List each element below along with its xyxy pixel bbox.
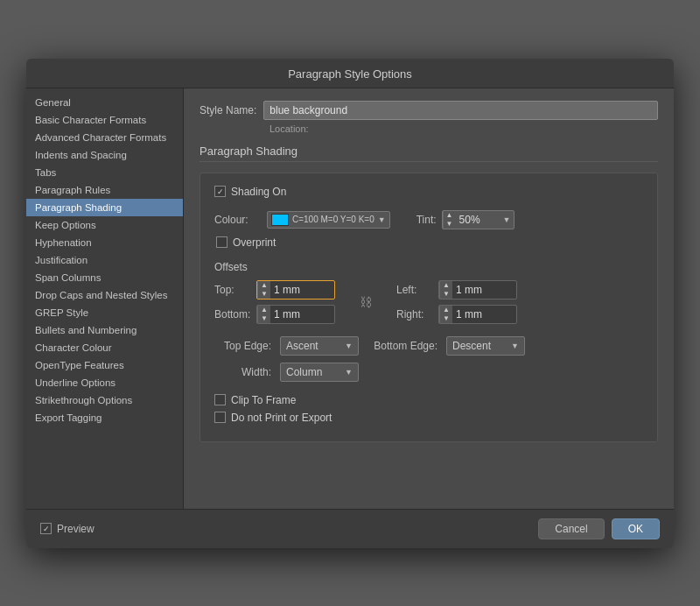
sidebar-item-hyphenation[interactable]: Hyphenation [26, 234, 183, 251]
sidebar-item-justification[interactable]: Justification [26, 251, 183, 269]
overprint-check-box[interactable] [216, 236, 228, 248]
offsets-grid: Top: ▲ ▼ Bottom: [214, 280, 643, 324]
edge-row: Top Edge: Ascent ▼ Bottom Edge: Descent … [214, 336, 643, 356]
tint-input[interactable] [456, 212, 500, 228]
shading-on-check-box[interactable]: ✓ [214, 186, 226, 197]
title-text: Paragraph Style Options [288, 67, 412, 81]
sidebar-item-grep-style[interactable]: GREP Style [26, 304, 183, 321]
main-content: Style Name: Location: Paragraph Shading … [184, 88, 674, 509]
cancel-button[interactable]: Cancel [538, 518, 604, 539]
left-spin-btns: ▲ ▼ [439, 281, 452, 299]
preview-row: ✓ Preview [40, 523, 94, 535]
top-edge-value: Ascent [286, 340, 341, 352]
sidebar-item-drop-caps[interactable]: Drop Caps and Nested Styles [26, 286, 183, 304]
sidebar-item-basic-char[interactable]: Basic Character Formats [26, 111, 183, 129]
top-edge-label: Top Edge: [214, 340, 271, 352]
offsets-section: Offsets Top: ▲ ▼ [214, 261, 643, 324]
preview-label: Preview [57, 523, 94, 535]
width-label: Width: [214, 366, 271, 378]
top-spin-btns: ▲ ▼ [257, 281, 270, 299]
dialog-footer: ✓ Preview Cancel OK [26, 509, 674, 548]
tint-label: Tint: [416, 214, 437, 226]
tint-input-wrap: ▲ ▼ ▼ [442, 210, 515, 229]
shading-on-checkbox[interactable]: ✓ Shading On [214, 186, 286, 198]
right-spin-down[interactable]: ▼ [440, 314, 452, 323]
top-offset-row: Top: ▲ ▼ [214, 280, 335, 299]
sidebar-item-indents[interactable]: Indents and Spacing [26, 146, 183, 164]
sidebar-item-underline[interactable]: Underline Options [26, 374, 183, 391]
top-edge-select[interactable]: Ascent ▼ [280, 336, 359, 356]
link-icon: ⛓ [360, 295, 372, 309]
right-label: Right: [396, 308, 433, 321]
top-spin-up[interactable]: ▲ [258, 281, 270, 290]
top-spin-down[interactable]: ▼ [258, 290, 270, 299]
footer-buttons: Cancel OK [538, 518, 660, 539]
overprint-checkbox[interactable]: Overprint [216, 236, 276, 249]
colour-swatch [271, 214, 289, 226]
style-name-input[interactable] [263, 101, 658, 120]
right-offset-row: Right: ▲ ▼ [396, 305, 517, 324]
sidebar-item-strikethrough[interactable]: Strikethrough Options [26, 391, 183, 409]
sidebar-item-opentype[interactable]: OpenType Features [26, 356, 183, 374]
bottom-input[interactable] [270, 307, 323, 322]
bottom-spin-up[interactable]: ▲ [258, 306, 270, 314]
sidebar: GeneralBasic Character FormatsAdvanced C… [26, 88, 184, 509]
tint-spin-btns: ▲ ▼ [443, 211, 456, 229]
width-row: Width: Column ▼ [214, 363, 643, 382]
style-name-row: Style Name: [200, 101, 658, 120]
tint-row: Tint: ▲ ▼ ▼ [416, 210, 515, 229]
offsets-title: Offsets [214, 261, 643, 273]
sidebar-item-span-columns[interactable]: Span Columns [26, 269, 183, 286]
left-label: Left: [396, 284, 433, 296]
colour-select[interactable]: C=100 M=0 Y=0 K=0 ▼ [267, 211, 390, 229]
paragraph-style-dialog: Paragraph Style Options GeneralBasic Cha… [26, 59, 674, 548]
bottom-edge-label: Bottom Edge: [368, 340, 438, 352]
bottom-edge-arrow: ▼ [511, 342, 519, 350]
offsets-right-col: Left: ▲ ▼ Right: [396, 280, 517, 324]
overprint-row: Overprint [214, 236, 643, 249]
left-offset-row: Left: ▲ ▼ [396, 280, 517, 299]
noprint-row: Do not Print or Export [214, 412, 643, 424]
left-spin-up[interactable]: ▲ [440, 281, 452, 290]
right-spin-up[interactable]: ▲ [440, 306, 452, 314]
right-input[interactable] [452, 307, 505, 322]
right-input-wrap: ▲ ▼ [438, 305, 517, 324]
bottom-offset-row: Bottom: ▲ ▼ [214, 305, 335, 324]
bottom-spin-down[interactable]: ▼ [258, 314, 270, 323]
tint-spin-up[interactable]: ▲ [444, 211, 456, 220]
bottom-edge-value: Descent [452, 340, 508, 352]
location-label: Location: [270, 123, 309, 134]
sidebar-item-para-rules[interactable]: Paragraph Rules [26, 181, 183, 199]
top-input[interactable] [270, 282, 323, 298]
clip-check-box[interactable] [214, 394, 226, 405]
sidebar-item-para-shading[interactable]: Paragraph Shading [26, 199, 183, 216]
left-spin-down[interactable]: ▼ [440, 290, 452, 299]
left-input[interactable] [452, 282, 505, 298]
width-value: Column [286, 366, 341, 378]
sidebar-item-advanced-char[interactable]: Advanced Character Formats [26, 129, 183, 146]
overprint-label: Overprint [233, 236, 276, 249]
dialog-body: GeneralBasic Character FormatsAdvanced C… [26, 88, 674, 509]
bottom-edge-select[interactable]: Descent ▼ [446, 336, 525, 356]
sidebar-item-bullets[interactable]: Bullets and Numbering [26, 321, 183, 339]
width-select[interactable]: Column ▼ [280, 363, 359, 382]
clip-checkbox[interactable]: Clip To Frame [214, 394, 296, 406]
sidebar-item-export-tagging[interactable]: Export Tagging [26, 409, 183, 426]
sidebar-item-general[interactable]: General [26, 94, 183, 111]
ok-button[interactable]: OK [612, 518, 660, 539]
top-label: Top: [214, 284, 251, 296]
tint-spin-down[interactable]: ▼ [444, 220, 456, 229]
style-name-label: Style Name: [200, 104, 256, 116]
section-title: Paragraph Shading [200, 144, 658, 162]
preview-check-box[interactable]: ✓ [40, 523, 52, 534]
sidebar-item-char-colour[interactable]: Character Colour [26, 339, 183, 356]
shading-on-row: ✓ Shading On [214, 186, 643, 198]
sidebar-item-keep-options[interactable]: Keep Options [26, 216, 183, 234]
location-row: Location: [200, 123, 658, 134]
noprint-check-box[interactable] [214, 412, 226, 423]
bottom-spin-btns: ▲ ▼ [257, 306, 270, 323]
tint-dropdown-arrow[interactable]: ▼ [500, 215, 514, 224]
sidebar-item-tabs[interactable]: Tabs [26, 164, 183, 181]
noprint-checkbox[interactable]: Do not Print or Export [214, 412, 332, 424]
top-input-wrap: ▲ ▼ [256, 280, 335, 299]
